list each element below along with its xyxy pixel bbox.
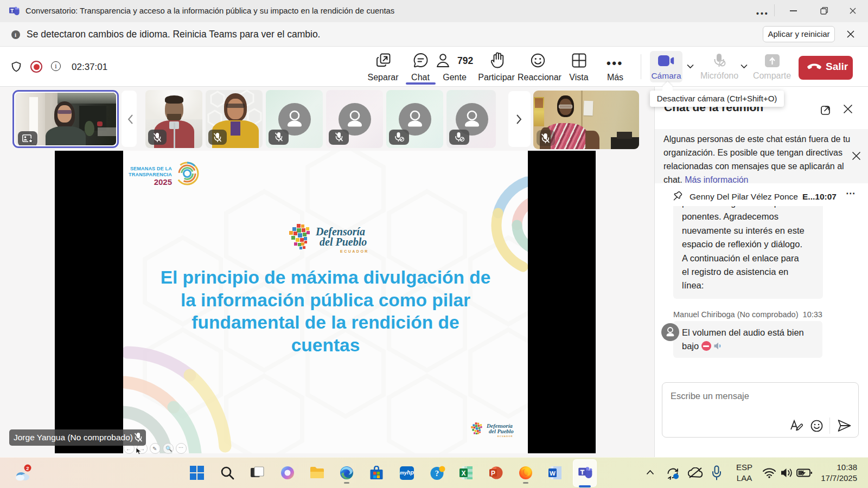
svg-text:X: X xyxy=(461,470,465,477)
svg-text:P: P xyxy=(491,470,495,477)
svg-text:W: W xyxy=(550,470,556,477)
svg-text:?: ? xyxy=(435,469,439,478)
svg-text:2: 2 xyxy=(26,465,29,471)
